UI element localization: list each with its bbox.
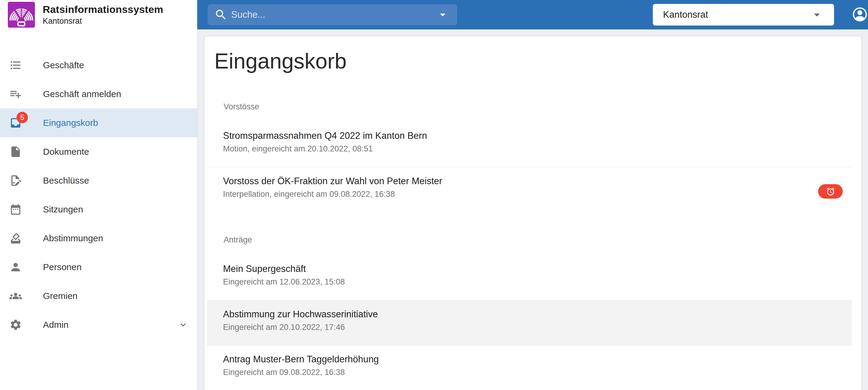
document-edit-icon <box>9 174 22 187</box>
list-item-title: Vorstoss der ÖK-Fraktion zur Wahl von Pe… <box>223 175 810 187</box>
sidebar-item-label: Dokumente <box>43 147 89 157</box>
chevron-down-icon[interactable] <box>436 8 449 21</box>
sidebar: Geschäfte Geschäft anmelden 5 Eingangsko… <box>0 29 197 390</box>
sidebar-item-admin[interactable]: Admin <box>0 311 197 339</box>
list-icon <box>9 59 22 71</box>
sidebar-item-abstimmungen[interactable]: Abstimmungen <box>0 224 197 253</box>
list-item-title: Antrag Muster-Bern Taggelderhöhung <box>223 353 810 365</box>
gear-icon <box>9 319 22 331</box>
list-item-subtitle: Interpellation, eingereicht am 09.08.202… <box>223 189 810 199</box>
sidebar-item-label: Beschlüsse <box>43 175 89 186</box>
list-item-subtitle: Eingereicht am 12.06.2023, 15:08 <box>223 277 810 287</box>
sidebar-item-label: Sitzungen <box>43 204 83 215</box>
list-item-title: Abstimmung zur Hochwasserinitiative <box>223 308 810 320</box>
list-vorstoesse: Stromsparmassnahmen Q4 2022 im Kanton Be… <box>207 122 852 212</box>
sidebar-item-beschluesse[interactable]: Beschlüsse <box>0 166 197 195</box>
sidebar-item-label: Geschäfte <box>43 60 84 70</box>
app-subtitle: Kantonsrat <box>43 17 163 26</box>
person-icon <box>9 261 22 273</box>
app-titles: Ratsinformationssystem Kantonsrat <box>43 4 163 26</box>
list-item-title: Mein Supergeschäft <box>223 263 810 275</box>
list-item[interactable]: Abstimmung zur Hochwasserinitiative Eing… <box>207 300 852 345</box>
page-title: Eingangskorb <box>214 48 861 74</box>
user-avatar-button[interactable] <box>851 6 868 23</box>
list-item[interactable]: Stromsparmassnahmen Q4 2022 im Kanton Be… <box>207 122 852 167</box>
section-label: Vorstösse <box>224 102 861 112</box>
sidebar-item-eingangskorb[interactable]: 5 Eingangskorb <box>0 108 197 137</box>
list-item[interactable]: Vorstoss der ÖK-Fraktion zur Wahl von Pe… <box>207 167 852 212</box>
groups-icon <box>9 290 22 302</box>
list-item-subtitle: Motion, eingereicht am 20.10.2022, 08:51 <box>223 143 810 154</box>
search-icon <box>214 8 227 21</box>
app-header: Ratsinformationssystem Kantonsrat Kanton… <box>0 0 868 29</box>
content-card: Eingangskorb Vorstösse Stromsparmassnahm… <box>205 36 861 390</box>
sidebar-item-label: Gremien <box>43 291 78 301</box>
list-antraege: Mein Supergeschäft Eingereicht am 12.06.… <box>207 255 852 390</box>
sidebar-item-dokumente[interactable]: Dokumente <box>0 137 197 166</box>
search-input[interactable] <box>231 9 436 20</box>
deadline-badge[interactable] <box>818 184 843 199</box>
sidebar-item-geschaeft-anmelden[interactable]: Geschäft anmelden <box>0 79 197 108</box>
app-logo-area: Ratsinformationssystem Kantonsrat <box>0 0 197 29</box>
playlist-add-icon <box>9 88 22 100</box>
parliament-hemicycle-icon <box>8 2 35 29</box>
sidebar-item-label: Abstimmungen <box>43 233 103 243</box>
list-item[interactable]: Antrag Muster-Bern Taggelderhöhung Einge… <box>207 345 852 390</box>
sidebar-item-label: Geschäft anmelden <box>43 89 121 99</box>
sidebar-item-gremien[interactable]: Gremien <box>0 282 197 311</box>
sidebar-item-label: Personen <box>43 262 82 272</box>
scope-select-value: Kantonsrat <box>663 9 810 20</box>
sidebar-item-personen[interactable]: Personen <box>0 253 197 282</box>
avatar-icon <box>851 6 868 23</box>
notification-badge: 5 <box>17 112 28 123</box>
alarm-icon <box>826 187 835 196</box>
ballot-icon <box>9 232 22 245</box>
app-title: Ratsinformationssystem <box>43 4 163 15</box>
app-logo <box>8 2 35 28</box>
list-item-title: Stromsparmassnahmen Q4 2022 im Kanton Be… <box>223 130 810 142</box>
chevron-down-icon <box>178 320 188 330</box>
calendar-icon <box>9 203 22 216</box>
chevron-down-icon <box>810 8 824 22</box>
sidebar-item-sitzungen[interactable]: Sitzungen <box>0 195 197 224</box>
section-label: Anträge <box>224 235 861 245</box>
list-item-subtitle: Eingereicht am 09.08.2022, 16:38 <box>223 367 810 378</box>
scope-select[interactable]: Kantonsrat <box>653 4 834 26</box>
list-item[interactable]: Mein Supergeschäft Eingereicht am 12.06.… <box>207 255 852 300</box>
sidebar-item-label: Admin <box>43 320 68 330</box>
document-icon <box>9 145 22 158</box>
list-item-subtitle: Eingereicht am 20.10.2022, 17:46 <box>223 322 810 333</box>
sidebar-item-geschaefte[interactable]: Geschäfte <box>0 51 197 79</box>
sidebar-item-label: Eingangskorb <box>43 118 98 128</box>
inbox-icon: 5 <box>9 117 22 129</box>
search-box[interactable] <box>208 4 457 25</box>
